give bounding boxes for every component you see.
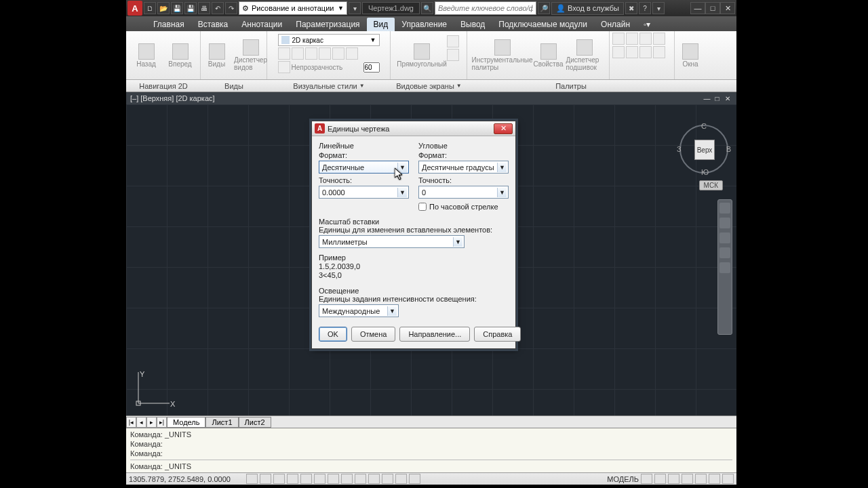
- tab-prev-icon[interactable]: ◂: [136, 417, 146, 428]
- angular-format-dropdown[interactable]: Десятичные градусы▼: [418, 161, 509, 174]
- dialog-close-button[interactable]: ✕: [494, 123, 513, 134]
- panel-nav2d-label[interactable]: Навигация 2D: [126, 80, 201, 92]
- vp-named-icon[interactable]: [447, 35, 459, 47]
- qat-redo-icon[interactable]: ↷: [225, 2, 237, 14]
- pal7-icon[interactable]: [639, 46, 652, 58]
- sb-grid-icon[interactable]: [260, 474, 271, 484]
- pal8-icon[interactable]: [653, 46, 665, 58]
- qat-more-icon[interactable]: ▾: [349, 2, 361, 14]
- nav-wheel-icon[interactable]: [719, 203, 730, 214]
- linear-format-dropdown[interactable]: Десятичные▼: [319, 161, 409, 174]
- nav-pan-icon[interactable]: [719, 218, 730, 228]
- insert-units-dropdown[interactable]: Миллиметры▼: [319, 235, 465, 248]
- viewport-rect-button[interactable]: Прямоугольный: [398, 33, 446, 78]
- tab-online[interactable]: Онлайн: [594, 18, 637, 31]
- viewcube-east[interactable]: В: [726, 145, 731, 153]
- panel-palettes-label[interactable]: Палитры: [467, 80, 675, 92]
- qat-save-icon[interactable]: 💾: [171, 2, 183, 14]
- tab-param[interactable]: Параметризация: [289, 18, 366, 31]
- lighting-units-dropdown[interactable]: Международные▼: [319, 304, 399, 317]
- viewcube-north[interactable]: С: [701, 122, 707, 130]
- pal4-icon[interactable]: [653, 33, 665, 45]
- sb-polar-icon[interactable]: [287, 474, 298, 484]
- search-input[interactable]: [435, 1, 536, 15]
- help-icon[interactable]: ?: [639, 2, 651, 14]
- sb-3dosnap-icon[interactable]: [314, 474, 326, 484]
- view-manager-button[interactable]: Диспетчер видов: [235, 33, 267, 78]
- tab-output[interactable]: Вывод: [454, 18, 492, 31]
- sb-r2-icon[interactable]: [654, 474, 666, 484]
- tab-home[interactable]: Главная: [146, 18, 191, 31]
- tab-next-icon[interactable]: ▸: [146, 417, 157, 428]
- tab-last-icon[interactable]: ▸|: [157, 417, 167, 428]
- vp-maximize-icon[interactable]: □: [712, 94, 722, 103]
- sb-r6-icon[interactable]: [709, 474, 720, 484]
- minimize-button[interactable]: —: [690, 2, 705, 14]
- tab-manage[interactable]: Управление: [395, 18, 454, 31]
- nav-orbit-icon[interactable]: [719, 247, 730, 258]
- tab-view[interactable]: Вид: [367, 18, 395, 31]
- sb-dyn-icon[interactable]: [355, 474, 366, 484]
- tool-palettes-button[interactable]: Инструментальные палитры: [474, 33, 531, 78]
- help-button[interactable]: Справка: [474, 327, 521, 342]
- sb-r4-icon[interactable]: [682, 474, 693, 484]
- clockwise-checkbox[interactable]: По часовой стрелке: [418, 203, 509, 211]
- vis-opt5-icon[interactable]: [332, 47, 344, 60]
- close-button[interactable]: ✕: [720, 2, 735, 14]
- layout1-tab[interactable]: Лист1: [205, 417, 238, 428]
- windows-button[interactable]: Окна: [674, 33, 707, 78]
- nav-zoom-icon[interactable]: [719, 232, 730, 243]
- visual-style-dropdown[interactable]: 2D каркас▼: [278, 34, 380, 46]
- help-drop-icon[interactable]: ▾: [652, 2, 665, 14]
- login-button[interactable]: 👤 Вход в службы: [551, 2, 624, 15]
- maximize-button[interactable]: □: [705, 2, 720, 14]
- pal5-icon[interactable]: [612, 46, 625, 58]
- qat-new-icon[interactable]: 🗋: [144, 2, 156, 14]
- qat-print-icon[interactable]: 🖶: [198, 2, 210, 14]
- vis-opt6-icon[interactable]: [346, 47, 358, 60]
- exchange-icon[interactable]: ✖: [625, 2, 637, 14]
- tab-insert[interactable]: Вставка: [191, 18, 235, 31]
- nav-showmotion-icon[interactable]: [719, 262, 730, 273]
- vp-minimize-icon[interactable]: —: [702, 94, 712, 103]
- sb-ortho-icon[interactable]: [273, 474, 285, 484]
- viewcube-west[interactable]: З: [677, 145, 682, 153]
- vp-join-icon[interactable]: [447, 49, 459, 61]
- document-tab[interactable]: Чертеж1.dwg: [362, 2, 420, 14]
- pal2-icon[interactable]: [626, 33, 638, 45]
- sb-r1-icon[interactable]: [641, 474, 652, 484]
- vis-opt3-icon[interactable]: [305, 47, 317, 60]
- viewport-title[interactable]: [–] [Верхняя] [2D каркас]: [130, 94, 215, 102]
- tab-expand-icon[interactable]: ◦▾: [637, 18, 657, 31]
- opacity-input[interactable]: [363, 62, 380, 73]
- vis-opt1-icon[interactable]: [278, 47, 290, 60]
- qat-open-icon[interactable]: 📂: [157, 2, 170, 14]
- model-tab[interactable]: Модель: [167, 417, 205, 428]
- viewcube-south[interactable]: Ю: [701, 168, 709, 176]
- tab-first-icon[interactable]: |◂: [126, 417, 136, 428]
- pal3-icon[interactable]: [639, 33, 652, 45]
- layout2-tab[interactable]: Лист2: [239, 417, 271, 428]
- pal6-icon[interactable]: [626, 46, 638, 58]
- sb-snap-icon[interactable]: [246, 474, 258, 484]
- nav-forward-button[interactable]: Вперед: [164, 33, 197, 78]
- panel-views-label[interactable]: Виды: [201, 80, 267, 92]
- vis-opt2-icon[interactable]: [292, 47, 304, 60]
- ok-button[interactable]: OK: [319, 327, 347, 342]
- cmd-input-line[interactable]: Команда: _UNITS: [130, 462, 732, 471]
- views-button[interactable]: Виды: [201, 33, 233, 78]
- sb-r7-icon[interactable]: [722, 474, 734, 484]
- sb-qp-icon[interactable]: [395, 474, 407, 484]
- panel-viewports-label[interactable]: Видовые экраны▼: [391, 80, 467, 92]
- pal1-icon[interactable]: [612, 33, 625, 45]
- tab-plugins[interactable]: Подключаемые модули: [492, 18, 594, 31]
- sb-osnap-icon[interactable]: [300, 474, 312, 484]
- direction-button[interactable]: Направление...: [399, 327, 470, 342]
- dialog-titlebar[interactable]: A Единицы чертежа ✕: [312, 121, 515, 136]
- nav-back-button[interactable]: Назад: [130, 33, 163, 78]
- cancel-button[interactable]: Отмена: [351, 327, 395, 342]
- sb-r3-icon[interactable]: [668, 474, 679, 484]
- sheetset-mgr-button[interactable]: Диспетчер подшивок: [566, 33, 603, 78]
- sb-sc-icon[interactable]: [409, 474, 420, 484]
- sb-ducs-icon[interactable]: [341, 474, 353, 484]
